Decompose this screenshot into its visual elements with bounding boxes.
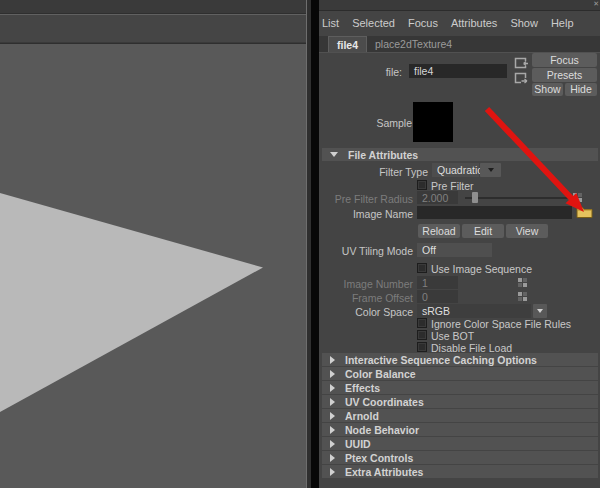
use-image-sequence-checkbox[interactable]	[417, 263, 427, 273]
ignore-color-space-file-rules-checkbox[interactable]	[417, 318, 427, 328]
chevron-down-icon	[330, 152, 338, 157]
attribute-editor-panel: ✕ List Selected Focus Attributes Show He…	[319, 0, 600, 488]
edit-button[interactable]: Edit	[462, 224, 504, 238]
pre-filter-radius-slider[interactable]	[465, 197, 568, 199]
presets-button[interactable]: Presets	[532, 68, 597, 82]
section-arnold[interactable]: Arnold	[322, 409, 598, 422]
sample-label: Sample	[330, 117, 412, 129]
menu-help[interactable]: Help	[551, 17, 574, 29]
chevron-right-icon	[330, 370, 335, 378]
node-name-input[interactable]: file4	[409, 64, 507, 78]
tab-file4[interactable]: file4	[328, 36, 367, 52]
pre-filter-checkbox[interactable]	[417, 180, 427, 190]
panel-top-strip	[319, 0, 600, 11]
color-space-dropdown-arrow[interactable]	[533, 304, 547, 318]
focus-button[interactable]: Focus	[532, 53, 597, 67]
section-effects[interactable]: Effects	[322, 381, 598, 394]
view-button[interactable]: View	[506, 224, 548, 238]
tab-place2dtexture4[interactable]: place2dTexture4	[367, 36, 460, 52]
menu-list[interactable]: List	[322, 17, 339, 29]
ignore-color-space-file-rules-label: Ignore Color Space File Rules	[431, 318, 571, 330]
filter-type-label: Filter Type	[330, 166, 428, 178]
chevron-right-icon	[330, 454, 335, 462]
reload-button[interactable]: Reload	[418, 224, 460, 238]
uv-tiling-mode-dropdown[interactable]: Off	[417, 243, 492, 257]
chevron-down-icon	[537, 309, 543, 313]
map-texture-icon[interactable]	[518, 278, 527, 287]
hide-button[interactable]: Hide	[565, 83, 597, 96]
maya-window: ✕ List Selected Focus Attributes Show He…	[0, 0, 600, 488]
pre-filter-radius-label: Pre Filter Radius	[330, 193, 413, 205]
use-bot-checkbox[interactable]	[417, 330, 427, 340]
use-bot-label: Use BOT	[431, 330, 474, 342]
filter-type-dropdown-arrow[interactable]	[480, 163, 501, 177]
image-number-input[interactable]: 1	[417, 276, 458, 289]
chevron-right-icon	[330, 468, 335, 476]
use-image-sequence-label: Use Image Sequence	[431, 263, 532, 275]
color-space-dropdown[interactable]: sRGB	[417, 304, 531, 318]
viewport-canvas[interactable]	[0, 44, 307, 488]
menu-show[interactable]: Show	[510, 17, 538, 29]
frame-offset-input[interactable]: 0	[417, 290, 458, 303]
corner-glyph: ✕	[593, 0, 599, 7]
section-extra-attributes[interactable]: Extra Attributes	[322, 465, 598, 478]
chevron-right-icon	[330, 356, 335, 364]
map-texture-icon[interactable]	[518, 292, 527, 301]
show-button[interactable]: Show	[532, 83, 563, 96]
pre-filter-radius-input[interactable]: 2.000	[417, 191, 458, 204]
chevron-right-icon	[330, 426, 335, 434]
pre-filter-radius-slider-handle[interactable]	[472, 192, 478, 203]
section-uuid[interactable]: UUID	[322, 437, 598, 450]
menu-bar: List Selected Focus Attributes Show Help	[322, 13, 574, 33]
viewport-toolbar	[0, 14, 307, 43]
section-uv-coordinates[interactable]: UV Coordinates	[322, 395, 598, 408]
image-name-input[interactable]	[417, 206, 572, 219]
sample-swatch[interactable]	[413, 102, 453, 142]
chevron-right-icon	[330, 440, 335, 448]
uv-tiling-mode-label: UV Tiling Mode	[330, 245, 413, 257]
color-space-label: Color Space	[330, 306, 413, 318]
disable-file-load-checkbox[interactable]	[417, 342, 427, 352]
node-tab-bar: file4 place2dTexture4	[319, 36, 600, 53]
image-number-label: Image Number	[330, 278, 413, 290]
map-texture-icon[interactable]	[573, 193, 582, 202]
browse-folder-icon[interactable]	[576, 205, 593, 218]
section-node-behavior[interactable]: Node Behavior	[322, 423, 598, 436]
menu-attributes[interactable]: Attributes	[451, 17, 497, 29]
pane-splitter[interactable]	[311, 0, 319, 488]
section-interactive-sequence-caching-options[interactable]: Interactive Sequence Caching Options	[322, 353, 598, 366]
pin-in-icon[interactable]	[514, 57, 529, 70]
chevron-right-icon	[330, 398, 335, 406]
chevron-right-icon	[330, 384, 335, 392]
filter-type-dropdown[interactable]: Quadratic	[432, 163, 479, 177]
viewport-top-strip	[0, 0, 307, 13]
section-file-attributes[interactable]: File Attributes	[322, 148, 598, 161]
section-color-balance[interactable]: Color Balance	[322, 367, 598, 380]
image-name-label: Image Name	[330, 208, 413, 220]
viewport-pane	[0, 0, 319, 488]
pin-out-icon[interactable]	[514, 72, 529, 85]
chevron-right-icon	[330, 412, 335, 420]
section-ptex-controls[interactable]: Ptex Controls	[322, 451, 598, 464]
menu-focus[interactable]: Focus	[408, 17, 438, 29]
file-field-label: file:	[330, 66, 402, 78]
frame-offset-label: Frame Offset	[330, 292, 413, 304]
viewport-triangle-geometry	[0, 193, 263, 412]
chevron-down-icon	[488, 168, 494, 172]
viewport-edge-line	[306, 0, 307, 488]
menu-selected[interactable]: Selected	[352, 17, 395, 29]
